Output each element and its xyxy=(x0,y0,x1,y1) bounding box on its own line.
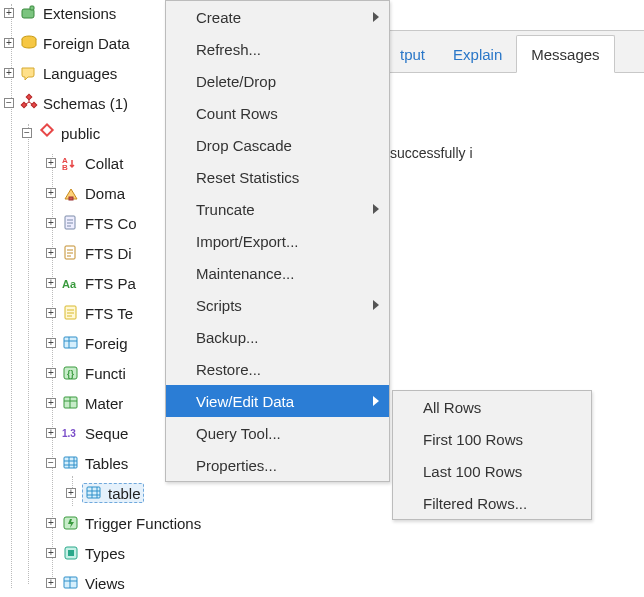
expand-icon[interactable] xyxy=(46,158,56,168)
menu-create[interactable]: Create xyxy=(166,1,389,33)
collapse-icon[interactable] xyxy=(46,458,56,468)
fts-config-icon xyxy=(62,214,80,232)
submenu-last-100[interactable]: Last 100 Rows xyxy=(393,455,591,487)
svg-text:Aa: Aa xyxy=(62,278,77,290)
svg-rect-23 xyxy=(68,550,74,556)
menu-truncate[interactable]: Truncate xyxy=(166,193,389,225)
table-context-menu: Create Refresh... Delete/Drop Count Rows… xyxy=(165,0,390,482)
menu-import-export[interactable]: Import/Export... xyxy=(166,225,389,257)
fts-dict-icon xyxy=(62,244,80,262)
schemas-icon xyxy=(20,94,38,112)
svg-text:1.3: 1.3 xyxy=(62,428,76,439)
submenu-filtered-rows[interactable]: Filtered Rows... xyxy=(393,487,591,519)
tab-explain[interactable]: Explain xyxy=(439,36,516,72)
tree-label: Languages xyxy=(43,65,117,82)
submenu-first-100[interactable]: First 100 Rows xyxy=(393,423,591,455)
svg-rect-6 xyxy=(41,124,52,135)
tree-label: table xyxy=(108,485,141,502)
tree-item-types[interactable]: Types xyxy=(0,538,320,568)
svg-rect-4 xyxy=(21,102,27,108)
tree-label: Types xyxy=(85,545,125,562)
domains-icon xyxy=(62,184,80,202)
expand-icon[interactable] xyxy=(46,548,56,558)
menu-delete[interactable]: Delete/Drop xyxy=(166,65,389,97)
types-icon xyxy=(62,544,80,562)
menu-properties[interactable]: Properties... xyxy=(166,449,389,481)
tree-label: Foreign Data xyxy=(43,35,130,52)
languages-icon xyxy=(20,64,38,82)
tree-label: Foreig xyxy=(85,335,128,352)
svg-text:B: B xyxy=(62,163,68,172)
fts-templates-icon xyxy=(62,304,80,322)
svg-text:{}: {} xyxy=(67,369,75,379)
matviews-icon xyxy=(62,394,80,412)
tab-messages[interactable]: Messages xyxy=(516,35,614,73)
expand-icon[interactable] xyxy=(46,218,56,228)
extensions-icon xyxy=(20,4,38,22)
tree-label: Extensions xyxy=(43,5,116,22)
svg-rect-1 xyxy=(30,6,34,10)
expand-icon[interactable] xyxy=(46,338,56,348)
tab-output[interactable]: tput xyxy=(386,36,439,72)
tree-label: Mater xyxy=(85,395,123,412)
collapse-icon[interactable] xyxy=(22,128,32,138)
submenu-all-rows[interactable]: All Rows xyxy=(393,391,591,423)
sequences-icon: 1.3 xyxy=(62,424,80,442)
tree-label: FTS Te xyxy=(85,305,133,322)
tree-label: Schemas (1) xyxy=(43,95,128,112)
svg-rect-19 xyxy=(64,457,77,468)
tree-item-trigger-functions[interactable]: Trigger Functions xyxy=(0,508,320,538)
svg-rect-9 xyxy=(69,197,73,200)
expand-icon[interactable] xyxy=(46,368,56,378)
menu-maintenance[interactable]: Maintenance... xyxy=(166,257,389,289)
menu-count-rows[interactable]: Count Rows xyxy=(166,97,389,129)
tree-label: FTS Pa xyxy=(85,275,136,292)
views-icon xyxy=(62,574,80,592)
fts-parsers-icon: Aa xyxy=(62,274,80,292)
tree-label: public xyxy=(61,125,100,142)
menu-view-edit-data[interactable]: View/Edit Data xyxy=(166,385,389,417)
tree-label: Trigger Functions xyxy=(85,515,201,532)
tree-label: Functi xyxy=(85,365,126,382)
menu-query-tool[interactable]: Query Tool... xyxy=(166,417,389,449)
tree-label: Doma xyxy=(85,185,125,202)
tree-label: FTS Di xyxy=(85,245,132,262)
foreign-data-icon xyxy=(20,34,38,52)
functions-icon: {} xyxy=(62,364,80,382)
tree-label: Tables xyxy=(85,455,128,472)
expand-icon[interactable] xyxy=(4,38,14,48)
menu-backup[interactable]: Backup... xyxy=(166,321,389,353)
svg-rect-5 xyxy=(31,102,37,108)
expand-icon[interactable] xyxy=(46,278,56,288)
tree-label: FTS Co xyxy=(85,215,137,232)
expand-icon[interactable] xyxy=(4,68,14,78)
table-icon xyxy=(85,484,103,502)
expand-icon[interactable] xyxy=(46,248,56,258)
tree-label: Seque xyxy=(85,425,128,442)
tree-item-views[interactable]: Views xyxy=(0,568,320,597)
svg-rect-14 xyxy=(64,337,77,348)
expand-icon[interactable] xyxy=(46,428,56,438)
menu-restore[interactable]: Restore... xyxy=(166,353,389,385)
tables-icon xyxy=(62,454,80,472)
collations-icon: AB xyxy=(62,154,80,172)
collapse-icon[interactable] xyxy=(4,98,14,108)
trigger-functions-icon xyxy=(62,514,80,532)
svg-rect-3 xyxy=(26,94,32,100)
menu-drop-cascade[interactable]: Drop Cascade xyxy=(166,129,389,161)
foreign-tables-icon xyxy=(62,334,80,352)
view-edit-data-submenu: All Rows First 100 Rows Last 100 Rows Fi… xyxy=(392,390,592,520)
expand-icon[interactable] xyxy=(66,488,76,498)
expand-icon[interactable] xyxy=(46,398,56,408)
expand-icon[interactable] xyxy=(46,578,56,588)
expand-icon[interactable] xyxy=(46,518,56,528)
menu-refresh[interactable]: Refresh... xyxy=(166,33,389,65)
svg-rect-20 xyxy=(87,487,100,498)
expand-icon[interactable] xyxy=(4,8,14,18)
expand-icon[interactable] xyxy=(46,308,56,318)
menu-reset-statistics[interactable]: Reset Statistics xyxy=(166,161,389,193)
menu-scripts[interactable]: Scripts xyxy=(166,289,389,321)
schema-icon xyxy=(38,124,56,142)
tree-item-table[interactable]: table xyxy=(0,478,320,508)
expand-icon[interactable] xyxy=(46,188,56,198)
